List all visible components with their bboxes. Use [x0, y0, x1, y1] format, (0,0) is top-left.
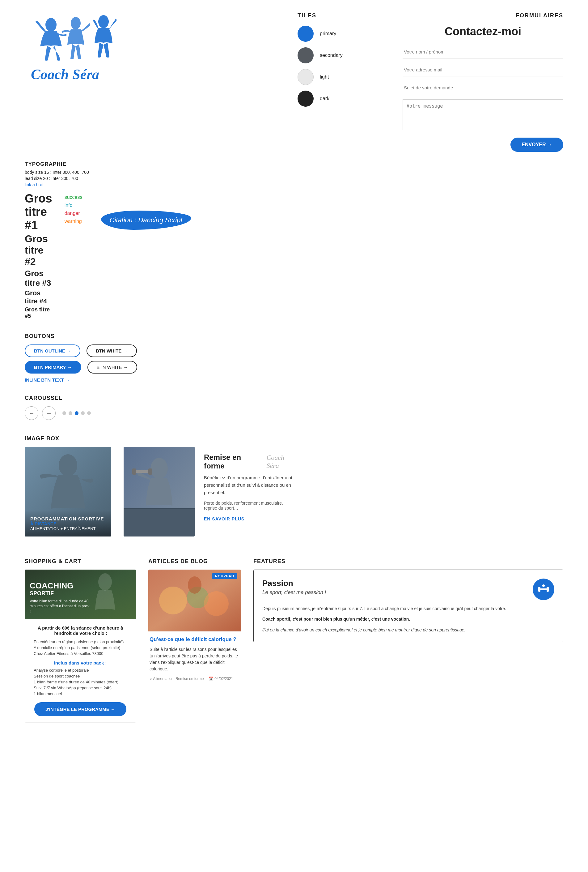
image-box-description: Bénéficiez d'un programme d'entraînement… — [204, 474, 297, 496]
tile-secondary-label: secondary — [320, 53, 343, 58]
dot-1 — [62, 411, 66, 415]
citation-wrap: Citation : Dancing Script — [101, 210, 191, 230]
tile-primary-label: primary — [320, 31, 336, 36]
citation-blob: Citation : Dancing Script — [101, 210, 191, 230]
blog-badge: NOUVEAU — [212, 573, 237, 579]
tile-dark — [297, 90, 314, 107]
en-savoir-plus-btn[interactable]: EN SAVOIR PLUS → — [204, 516, 250, 521]
inclus-item-5: 1 bilan mensuel — [31, 692, 130, 696]
blog-category-text: Alimentation, Remise en forme — [153, 677, 204, 681]
blog-card-title: Qu'est-ce que le déficit calorique ? — [150, 636, 240, 643]
tag-icon: ○ — [150, 677, 152, 681]
image-box-brand-script: Coach Séra — [267, 454, 297, 470]
tiles-section: TILES primary secondary light dark — [297, 12, 384, 112]
logo-text: Coach Séra — [31, 66, 142, 83]
inclus-item-1: Analyse corporelle et posturale — [31, 668, 130, 672]
blog-date: 📅 04/02/2021 — [208, 677, 233, 681]
form-subject-field[interactable] — [403, 81, 563, 94]
svg-point-5 — [59, 454, 77, 477]
tile-primary-row: primary — [297, 26, 384, 42]
svg-rect-23 — [547, 587, 549, 592]
features-section: FEATURES Passion Le sport, c'est ma pass… — [254, 558, 563, 642]
form-name-field[interactable] — [403, 45, 563, 59]
overlay-text-2: À DISTANCE — [30, 521, 106, 526]
info-label: info — [64, 203, 82, 208]
svg-point-24 — [542, 585, 545, 587]
btn-inline-text[interactable]: INLINE BTN TEXT → — [25, 377, 70, 382]
shopping-list-item-3: Chez Atelier Fitness à Versailles 78000 — [31, 651, 130, 656]
blog-card-body: Qu'est-ce que le déficit calorique ? Sui… — [148, 631, 241, 685]
inclus-item-2: Session de sport coachée — [31, 674, 130, 678]
svg-point-1 — [71, 17, 81, 29]
tile-secondary — [297, 47, 314, 63]
body-size-1: body size 16 : Inter 300, 400, 700 — [25, 170, 185, 175]
features-title: FEATURES — [254, 558, 563, 565]
tile-dark-label: dark — [320, 96, 329, 101]
logo-area: Coach Séra — [25, 12, 142, 83]
shopping-list-1: En extérieur en région parisienne (selon… — [31, 639, 130, 656]
btn-white-bordered[interactable]: BTN WHITE → — [87, 344, 137, 357]
blog-title: ARTICLES DE BLOG — [148, 558, 241, 565]
calendar-icon: 📅 — [208, 677, 213, 681]
shopping-section: SHOPPING & CART — [25, 558, 136, 723]
shopping-card-title: COACHING — [30, 581, 92, 590]
shopping-card-subtitle: SPORTIF — [30, 590, 92, 597]
woman-lifting-img — [124, 447, 195, 537]
image-box-overlay: PROGRAMMATION SPORTIVE À DISTANCE ALIMEN… — [25, 511, 111, 537]
danger-label: danger — [64, 210, 82, 216]
caroussel-section: CAROUSSEL ← → — [25, 395, 563, 420]
link-example[interactable]: link a href — [25, 182, 185, 187]
caroussel-controls: ← → — [25, 406, 563, 420]
headings-col: Gros titre #1 Gros titre #2 Gros titre #… — [25, 192, 52, 321]
blog-category: ○ Alimentation, Remise en forme — [150, 677, 204, 681]
svg-point-17 — [159, 586, 187, 615]
formulaires-section: FORMULAIRES Contactez-moi ENVOYER → — [403, 12, 563, 152]
btn-primary[interactable]: BTN PRIMARY → — [25, 361, 81, 374]
image-box-text-content: Remise en forme Coach Séra Bénéficiez d'… — [204, 447, 297, 522]
features-icon-circle — [533, 579, 554, 600]
shopping-list-item-1: En extérieur en région parisienne (selon… — [31, 639, 130, 644]
form-title: Contactez-moi — [403, 25, 563, 38]
tile-primary — [297, 26, 314, 42]
shopping-list-2: Analyse corporelle et posturale Session … — [31, 668, 130, 696]
svg-rect-12 — [132, 469, 136, 475]
tile-light — [297, 69, 314, 85]
svg-rect-8 — [124, 509, 195, 537]
shopping-inclus-label: Inclus dans votre pack : — [31, 660, 130, 665]
success-label: success — [64, 194, 82, 200]
carousel-next-btn[interactable]: → — [42, 406, 56, 420]
blog-img-svg — [148, 570, 241, 631]
image-box-left-card: PROGRAMMATION SPORTIVE À DISTANCE ALIMEN… — [25, 447, 111, 537]
citation-text: Citation : Dancing Script — [110, 216, 183, 224]
body-size-2: lead size 20 : Inter 300, 700 — [25, 176, 185, 181]
blog-section: ARTICLES DE BLOG — [148, 558, 241, 685]
svg-rect-13 — [148, 469, 152, 475]
tile-secondary-row: secondary — [297, 47, 384, 63]
envoyer-button[interactable]: ENVOYER → — [510, 138, 563, 152]
image-box-section: IMAGE BOX — [25, 435, 563, 537]
features-card-subtitle: Le sport, c'est ma passion ! — [262, 589, 326, 595]
overlay-text-3: ALIMENTATION + ENTRAÎNEMENT — [30, 526, 106, 531]
shopping-overlay-text: COACHING SPORTIF Votre bilan forme d'une… — [30, 581, 92, 614]
tile-light-row: light — [297, 69, 384, 85]
join-program-btn[interactable]: J'INTÈGRE LE PROGRAMME → — [34, 702, 126, 716]
tiles-title: TILES — [297, 12, 384, 19]
dot-2 — [69, 411, 72, 415]
btn-outline[interactable]: BTN OUTLINE → — [25, 344, 80, 357]
features-desc-1: Depuis plusieurs années, je m'entraîne 6… — [262, 605, 554, 612]
carousel-prev-btn[interactable]: ← — [25, 406, 38, 420]
form-email-field[interactable] — [403, 63, 563, 77]
shopping-card-header: COACHING SPORTIF Votre bilan forme d'une… — [25, 570, 136, 619]
svg-rect-22 — [538, 587, 540, 592]
btn-white-plain[interactable]: BTN WHITE → — [87, 361, 138, 374]
svg-point-0 — [45, 18, 57, 32]
heading-2: Gros titre #2 — [25, 233, 52, 268]
shopping-card-promo: Votre bilan forme d'une durée de 40 minu… — [30, 598, 92, 614]
shopping-price-line: A partir de 60€ la séance d'une heure à … — [31, 625, 130, 636]
boutons-section: BOUTONS BTN OUTLINE → BTN WHITE → BTN PR… — [25, 333, 563, 382]
blog-date-text: 04/02/2021 — [214, 677, 233, 681]
svg-point-15 — [98, 573, 112, 591]
tile-light-label: light — [320, 74, 329, 80]
form-message-field[interactable] — [403, 99, 563, 130]
features-card: Passion Le sport, c'est ma passion ! — [254, 570, 563, 642]
